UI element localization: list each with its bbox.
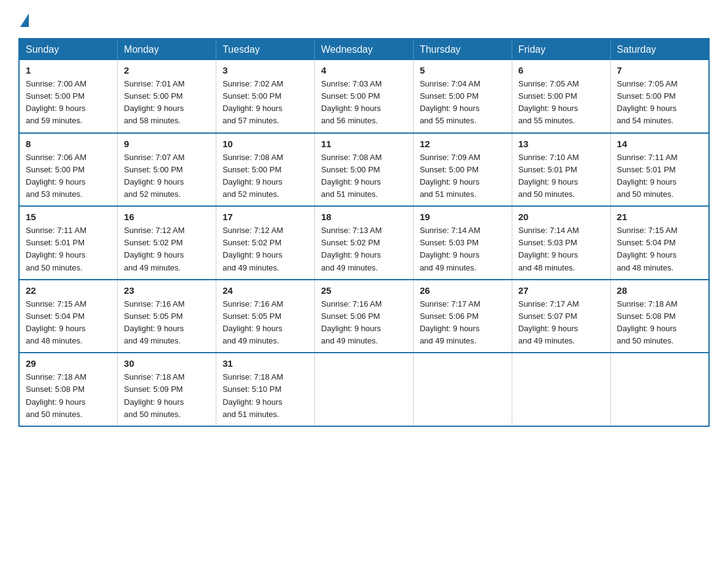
day-number: 27 (518, 285, 604, 296)
day-info: Sunrise: 7:16 AMSunset: 5:06 PMDaylight:… (321, 298, 407, 348)
day-info: Sunrise: 7:16 AMSunset: 5:05 PMDaylight:… (124, 298, 210, 348)
day-cell: 10Sunrise: 7:08 AMSunset: 5:00 PMDayligh… (216, 133, 315, 207)
header-tuesday: Tuesday (216, 39, 315, 60)
day-info: Sunrise: 7:06 AMSunset: 5:00 PMDaylight:… (26, 151, 111, 201)
day-cell: 9Sunrise: 7:07 AMSunset: 5:00 PMDaylight… (118, 133, 216, 207)
day-number: 23 (124, 285, 210, 296)
calendar-table: SundayMondayTuesdayWednesdayThursdayFrid… (18, 38, 710, 427)
day-cell: 7Sunrise: 7:05 AMSunset: 5:00 PMDaylight… (610, 60, 709, 133)
day-info: Sunrise: 7:14 AMSunset: 5:03 PMDaylight:… (518, 224, 604, 274)
day-info: Sunrise: 7:05 AMSunset: 5:00 PMDaylight:… (617, 78, 702, 128)
day-cell: 2Sunrise: 7:01 AMSunset: 5:00 PMDaylight… (118, 60, 216, 133)
day-cell: 1Sunrise: 7:00 AMSunset: 5:00 PMDaylight… (19, 60, 118, 133)
day-info: Sunrise: 7:02 AMSunset: 5:00 PMDaylight:… (222, 78, 308, 128)
day-number: 31 (222, 358, 308, 369)
day-info: Sunrise: 7:04 AMSunset: 5:00 PMDaylight:… (420, 78, 506, 128)
day-cell: 27Sunrise: 7:17 AMSunset: 5:07 PMDayligh… (512, 280, 610, 353)
day-cell: 5Sunrise: 7:04 AMSunset: 5:00 PMDaylight… (413, 60, 512, 133)
day-info: Sunrise: 7:11 AMSunset: 5:01 PMDaylight:… (617, 151, 702, 201)
header-wednesday: Wednesday (315, 39, 414, 60)
day-number: 4 (321, 65, 407, 75)
day-info: Sunrise: 7:14 AMSunset: 5:03 PMDaylight:… (420, 224, 506, 274)
day-info: Sunrise: 7:03 AMSunset: 5:00 PMDaylight:… (321, 78, 407, 128)
day-number: 9 (124, 139, 210, 149)
week-row-1: 1Sunrise: 7:00 AMSunset: 5:00 PMDaylight… (19, 60, 709, 133)
header-friday: Friday (512, 39, 610, 60)
day-number: 5 (420, 65, 506, 75)
day-info: Sunrise: 7:05 AMSunset: 5:00 PMDaylight:… (518, 78, 604, 128)
day-info: Sunrise: 7:08 AMSunset: 5:00 PMDaylight:… (222, 151, 308, 201)
logo-triangle-icon (20, 13, 29, 27)
day-cell: 24Sunrise: 7:16 AMSunset: 5:05 PMDayligh… (216, 280, 315, 353)
logo (18, 12, 29, 26)
day-info: Sunrise: 7:12 AMSunset: 5:02 PMDaylight:… (222, 224, 308, 274)
day-info: Sunrise: 7:17 AMSunset: 5:06 PMDaylight:… (420, 298, 506, 348)
day-number: 15 (26, 212, 111, 222)
day-number: 16 (124, 212, 210, 222)
day-cell (315, 353, 414, 426)
day-number: 7 (617, 65, 702, 75)
day-number: 19 (420, 212, 506, 222)
header-thursday: Thursday (413, 39, 512, 60)
day-number: 17 (222, 212, 308, 222)
day-cell (413, 353, 512, 426)
day-info: Sunrise: 7:18 AMSunset: 5:08 PMDaylight:… (617, 298, 702, 348)
calendar-header-row: SundayMondayTuesdayWednesdayThursdayFrid… (19, 39, 709, 60)
day-number: 29 (26, 358, 111, 369)
day-number: 30 (124, 358, 210, 369)
day-info: Sunrise: 7:15 AMSunset: 5:04 PMDaylight:… (26, 298, 111, 348)
day-cell: 12Sunrise: 7:09 AMSunset: 5:00 PMDayligh… (413, 133, 512, 207)
day-cell: 17Sunrise: 7:12 AMSunset: 5:02 PMDayligh… (216, 206, 315, 280)
day-info: Sunrise: 7:00 AMSunset: 5:00 PMDaylight:… (26, 78, 111, 128)
day-number: 10 (222, 139, 308, 149)
day-cell: 18Sunrise: 7:13 AMSunset: 5:02 PMDayligh… (315, 206, 414, 280)
day-cell: 11Sunrise: 7:08 AMSunset: 5:00 PMDayligh… (315, 133, 414, 207)
day-number: 21 (617, 212, 702, 222)
day-number: 20 (518, 212, 604, 222)
day-info: Sunrise: 7:15 AMSunset: 5:04 PMDaylight:… (617, 224, 702, 274)
day-cell: 19Sunrise: 7:14 AMSunset: 5:03 PMDayligh… (413, 206, 512, 280)
week-row-4: 22Sunrise: 7:15 AMSunset: 5:04 PMDayligh… (19, 280, 709, 353)
day-number: 13 (518, 139, 604, 149)
day-number: 22 (26, 285, 111, 296)
day-cell: 15Sunrise: 7:11 AMSunset: 5:01 PMDayligh… (19, 206, 118, 280)
day-cell: 30Sunrise: 7:18 AMSunset: 5:09 PMDayligh… (118, 353, 216, 426)
day-cell: 28Sunrise: 7:18 AMSunset: 5:08 PMDayligh… (610, 280, 709, 353)
day-info: Sunrise: 7:07 AMSunset: 5:00 PMDaylight:… (124, 151, 210, 201)
day-info: Sunrise: 7:17 AMSunset: 5:07 PMDaylight:… (518, 298, 604, 348)
day-number: 18 (321, 212, 407, 222)
day-number: 3 (222, 65, 308, 75)
day-cell: 23Sunrise: 7:16 AMSunset: 5:05 PMDayligh… (118, 280, 216, 353)
day-number: 8 (26, 139, 111, 149)
day-info: Sunrise: 7:10 AMSunset: 5:01 PMDaylight:… (518, 151, 604, 201)
day-info: Sunrise: 7:18 AMSunset: 5:08 PMDaylight:… (26, 371, 111, 421)
day-info: Sunrise: 7:01 AMSunset: 5:00 PMDaylight:… (124, 78, 210, 128)
day-number: 28 (617, 285, 702, 296)
day-number: 2 (124, 65, 210, 75)
day-info: Sunrise: 7:18 AMSunset: 5:10 PMDaylight:… (222, 371, 308, 421)
week-row-5: 29Sunrise: 7:18 AMSunset: 5:08 PMDayligh… (19, 353, 709, 426)
day-info: Sunrise: 7:11 AMSunset: 5:01 PMDaylight:… (26, 224, 111, 274)
header-monday: Monday (118, 39, 216, 60)
day-cell: 4Sunrise: 7:03 AMSunset: 5:00 PMDaylight… (315, 60, 414, 133)
day-cell: 14Sunrise: 7:11 AMSunset: 5:01 PMDayligh… (610, 133, 709, 207)
day-cell: 22Sunrise: 7:15 AMSunset: 5:04 PMDayligh… (19, 280, 118, 353)
day-number: 11 (321, 139, 407, 149)
day-number: 12 (420, 139, 506, 149)
page-header (18, 12, 710, 26)
day-number: 6 (518, 65, 604, 75)
day-info: Sunrise: 7:12 AMSunset: 5:02 PMDaylight:… (124, 224, 210, 274)
day-cell: 20Sunrise: 7:14 AMSunset: 5:03 PMDayligh… (512, 206, 610, 280)
day-cell: 21Sunrise: 7:15 AMSunset: 5:04 PMDayligh… (610, 206, 709, 280)
day-info: Sunrise: 7:09 AMSunset: 5:00 PMDaylight:… (420, 151, 506, 201)
day-number: 25 (321, 285, 407, 296)
day-info: Sunrise: 7:13 AMSunset: 5:02 PMDaylight:… (321, 224, 407, 274)
day-cell: 26Sunrise: 7:17 AMSunset: 5:06 PMDayligh… (413, 280, 512, 353)
day-number: 24 (222, 285, 308, 296)
day-cell: 8Sunrise: 7:06 AMSunset: 5:00 PMDaylight… (19, 133, 118, 207)
day-cell (512, 353, 610, 426)
header-saturday: Saturday (610, 39, 709, 60)
day-cell: 13Sunrise: 7:10 AMSunset: 5:01 PMDayligh… (512, 133, 610, 207)
day-number: 1 (26, 65, 111, 75)
day-number: 14 (617, 139, 702, 149)
